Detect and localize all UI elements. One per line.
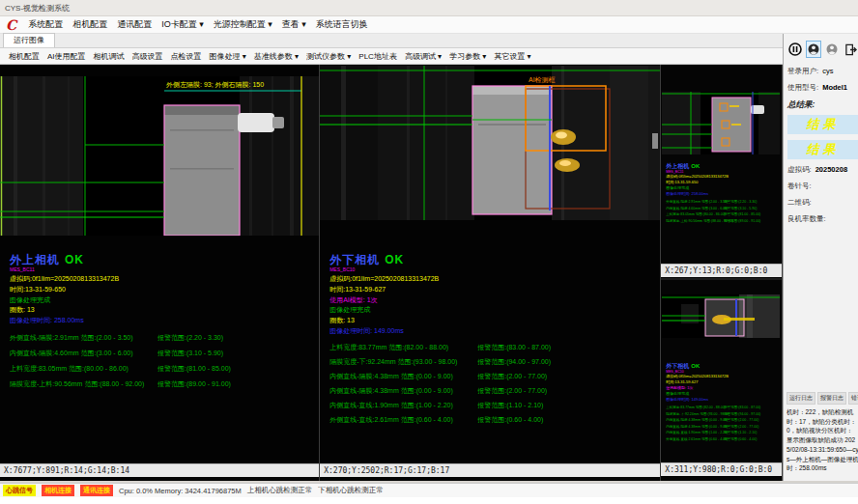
toolbar-item-advanced-settings[interactable]: 高级设置 xyxy=(129,49,167,64)
log-tab-error[interactable]: 错误日志 xyxy=(848,392,858,405)
camera-feed-upper[interactable]: 外侧左隔膜: 93; 外侧右隔膜: 150 xyxy=(0,76,319,236)
mes-code-lower: MES_BC10 xyxy=(329,266,551,272)
status-bar: 心跳信号 相机连接 通讯连接 Cpu: 0.0% Memory: 3424.41… xyxy=(0,483,858,497)
result-badge-lower: 结果 xyxy=(787,140,858,159)
menu-bar: C 系统配置 相机配置 通讯配置 IO卡配置 ▾ 光源控制配置 ▾ 查看 ▾ 系… xyxy=(0,16,858,34)
measurement-row: 外侧直线-直线:2.61mm 范围:(0.60 - 4.00)报警范围:(0.6… xyxy=(329,415,551,425)
process-done-lower: 图像处理完成 xyxy=(329,306,551,314)
exit-door-icon xyxy=(844,43,857,56)
camera-panel-lower: AI检测框 外下相机OK MES_BC10 虚拟码 xyxy=(320,65,661,481)
toolbar-item-spot-check[interactable]: 点检设置 xyxy=(167,49,206,64)
cpu-memory-status: Cpu: 0.0% Memory: 3424.41796875M xyxy=(119,487,242,495)
tab-run-image[interactable]: 运行图像 xyxy=(3,33,55,47)
menu-item-comm-config[interactable]: 通讯配置 xyxy=(112,16,157,33)
pause-button[interactable] xyxy=(787,41,803,58)
log-tabs: 运行日志 报警日志 错误日志 xyxy=(786,392,858,405)
user-icon xyxy=(808,43,819,55)
measurement-list-upper: 外侧直线-隔膜:2.91mm 范围:(2.00 - 3.50)报警范围:(2.2… xyxy=(10,333,231,389)
log-section: 运行日志 报警日志 错误日志 机时：222，缺陷检测机时：17，缺陷分类机时：0… xyxy=(786,392,858,473)
toolbar-item-ai-usage-config[interactable]: AI使用配置 xyxy=(43,49,90,64)
mini-feed-lower[interactable] xyxy=(662,294,780,338)
pixel-status-lower: X:270;Y:2502;R:17;G:17;B:17 xyxy=(320,463,660,477)
yield-count-field: 良机率数量: xyxy=(787,214,858,224)
measurement-row: 上料宽度:83.05mm 范围:(80.00 - 86.00)报警范围:(81.… xyxy=(10,364,231,374)
pause-icon xyxy=(788,42,802,56)
pixel-status-upper: X:7677;Y:891;R:14;G:14;B:14 xyxy=(0,463,319,477)
toolbar-item-other-settings[interactable]: 其它设置 ▾ xyxy=(490,49,534,64)
mini-view-column: 外上相机OK MES_BC11 虚拟码:0f1Iim=2025020813313… xyxy=(661,65,783,481)
measurement-row: 上料宽度:83.77mm 范围:(82.00 - 88.00)报警范围:(83.… xyxy=(329,343,551,352)
camera-title-upper: 外上相机OK xyxy=(10,254,231,266)
mes-code-upper: MES_BC11 xyxy=(10,266,231,272)
mini-panel-upper: 外上相机OK MES_BC11 虚拟码:0f1Iim=2025020813313… xyxy=(661,65,782,280)
result-overlay-lower: 外下相机OK MES_BC10 虚拟码:0f1Iim=2025020813313… xyxy=(329,254,551,430)
measurement-row: 内侧直线-直线:1.90mm 范围:(1.00 - 2.20)报警范围:(1.1… xyxy=(329,401,551,410)
log-tab-alarm[interactable]: 报警日志 xyxy=(817,392,846,405)
measurement-list-lower: 上料宽度:83.77mm 范围:(82.00 - 88.00)报警范围:(83.… xyxy=(329,343,551,425)
menu-item-system-config[interactable]: 系统配置 xyxy=(23,16,68,33)
barcode-upper: 虚拟码:0f1Iim=2025020813313472B xyxy=(10,275,231,283)
sub-toolbar: 相机配置 AI使用配置 相机调试 高级设置 点检设置 图像处理 ▾ 基准线参数 … xyxy=(0,48,783,65)
mini-overlay-upper: 外上相机OK MES_BC11 虚拟码:0f1Iim=2025020813313… xyxy=(666,163,760,225)
process-time-lower: 图像处理时间: 149.00ms xyxy=(329,327,551,335)
heartbeat-badge: 心跳信号 xyxy=(3,485,36,496)
barcode-lower: 虚拟码:0f1Iim=2025020813313472B xyxy=(329,275,551,283)
measure-annotation-upper: 外侧左隔膜: 93; 外侧右隔膜: 150 xyxy=(166,81,264,89)
pixel-status-mini-lower: X:311;Y:980;R:0;G:0;B:0 xyxy=(661,462,782,476)
user-login-button[interactable] xyxy=(806,41,821,58)
toolbar-item-advanced-debug[interactable]: 高级调试 ▾ xyxy=(401,49,445,64)
app-window: CYS-视觉检测系统 C 系统配置 相机配置 通讯配置 IO卡配置 ▾ 光源控制… xyxy=(0,0,858,504)
menu-item-io-card-config[interactable]: IO卡配置 ▾ xyxy=(157,16,209,33)
login-user-value: cys xyxy=(822,67,833,75)
log-tab-run[interactable]: 运行日志 xyxy=(786,392,815,405)
mini-overlay-lower: 外下相机OK MES_BC10 虚拟码:0f1Iim=2025020813313… xyxy=(666,363,760,443)
mini-feed-upper[interactable] xyxy=(662,92,780,154)
camera-connection-badge: 相机连接 xyxy=(42,485,74,496)
round-count-upper: 圈数: 13 xyxy=(10,306,231,314)
process-done-upper: 图像处理完成 xyxy=(10,296,231,304)
mini-panel-lower: 外下相机OK MES_BC10 虚拟码:0f1Iim=2025020813313… xyxy=(661,280,782,481)
toolbar-item-image-processing[interactable]: 图像处理 ▾ xyxy=(206,49,250,64)
log-text: 机时：222，缺陷检测机时：17，缺陷分类机时：0，缺陷视块分区机时：显示图像取… xyxy=(786,407,858,473)
measurement-row: 内侧直线-隔膜:4.38mm 范围:(0.00 - 9.00)报警范围:(2.0… xyxy=(329,372,551,381)
model-field: 使用型号: Model1 xyxy=(787,83,858,93)
menu-item-camera-config[interactable]: 相机配置 xyxy=(68,16,112,33)
measurement-row: 内侧直线-隔膜:4.60mm 范围:(3.00 - 6.00)报警范围:(3.1… xyxy=(10,349,231,358)
result-overlay-upper: 外上相机OK MES_BC11 虚拟码:0f1Iim=2025020813313… xyxy=(10,254,231,395)
toolbar-item-camera-config[interactable]: 相机配置 xyxy=(5,49,43,64)
result-ok-upper: OK xyxy=(65,253,84,266)
camera-feed-lower[interactable]: AI检测框 xyxy=(320,66,660,220)
exit-button[interactable] xyxy=(843,41,858,58)
tab-strip: 运行图像 xyxy=(0,34,783,48)
toolbar-item-camera-debug[interactable]: 相机调试 xyxy=(90,49,129,64)
title-bar: CYS-视觉检测系统 xyxy=(0,0,858,16)
upper-camera-heartbeat-status: 上相机心跳检测正常 xyxy=(247,486,313,495)
capture-time-upper: 时间:13-31-59-650 xyxy=(10,286,231,294)
window-footer xyxy=(0,497,858,504)
result-ok-lower: OK xyxy=(385,253,404,266)
menu-item-light-control-config[interactable]: 光源控制配置 ▾ xyxy=(209,16,277,33)
lower-camera-heartbeat-status: 下相机心跳检测正常 xyxy=(318,486,384,495)
toolbar-item-tester-params[interactable]: 测试仪参数 ▾ xyxy=(302,49,355,64)
qr-code-field: 二维码: xyxy=(787,198,858,208)
menu-item-language-switch[interactable]: 系统语言切换 xyxy=(311,16,373,33)
content-area: 运行图像 相机配置 AI使用配置 相机调试 高级设置 点检设置 图像处理 ▾ 基… xyxy=(0,34,858,481)
user-gray-icon xyxy=(826,43,838,55)
virtual-code-field: 虚拟码: 20250208 xyxy=(787,165,858,175)
measurement-row: 内侧直线-隔膜:4.38mm 范围:(0.00 - 9.00)报警范围:(2.0… xyxy=(329,386,551,396)
toolbar-item-baseline-params[interactable]: 基准线参数 ▾ xyxy=(250,49,302,64)
round-count-lower: 圈数: 13 xyxy=(329,317,551,324)
app-logo-icon: C xyxy=(6,18,16,32)
process-time-upper: 图像处理时间: 258.00ms xyxy=(10,317,231,324)
menu-item-view[interactable]: 查看 ▾ xyxy=(277,16,311,33)
total-result-label: 总结果: xyxy=(787,99,858,111)
camera-views: 外侧左隔膜: 93; 外侧右隔膜: 150 外上相机OK MES_BC11 虚拟… xyxy=(0,65,783,481)
measurement-row: 隔膜宽度-下:92.24mm 范围:(93.00 - 98.00)报警范围:(9… xyxy=(329,357,551,367)
winding-pin-field: 卷针号: xyxy=(787,182,858,191)
user-switch-button[interactable] xyxy=(824,41,840,58)
toolbar-item-learning-params[interactable]: 学习参数 ▾ xyxy=(445,49,490,64)
model-value: Model1 xyxy=(822,83,847,92)
toolbar-item-plc-address-table[interactable]: PLC地址表 xyxy=(355,49,401,64)
comm-connection-badge: 通讯连接 xyxy=(80,485,113,496)
ai-detect-box-label: AI检测框 xyxy=(529,76,556,84)
